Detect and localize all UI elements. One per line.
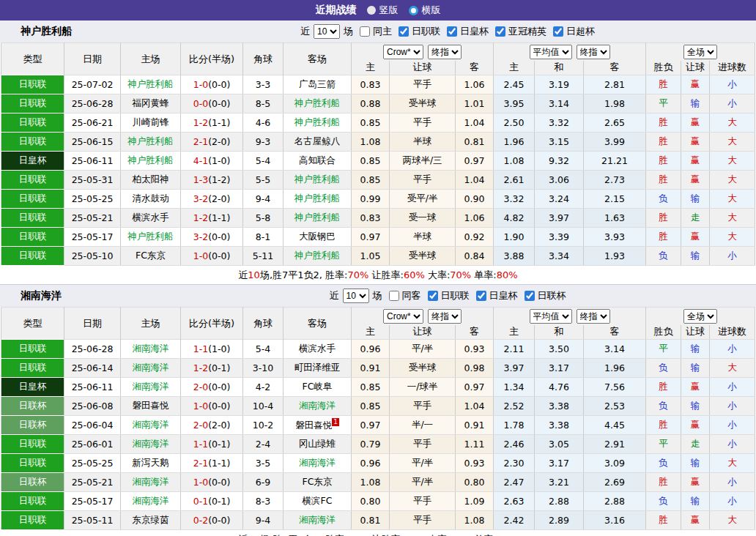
home-team-name[interactable]: 新泻天鹅 [133, 457, 169, 468]
home-team-name[interactable]: 清水鼓动 [133, 193, 169, 204]
away-team-name[interactable]: 神户胜利船 [294, 193, 341, 204]
fulltime-score[interactable]: 2-1 [193, 458, 208, 469]
halftime-score: (1-1) [208, 117, 230, 128]
home-team-name[interactable]: 磐田喜悦 [133, 400, 169, 411]
away-team-name[interactable]: 湘南海洋 [299, 457, 336, 468]
fulltime-result-group-select-0[interactable]: 全场 [683, 45, 717, 59]
crow-home-odds: 1.05 [352, 247, 390, 266]
crow-odds-group-select-0[interactable]: Crow* [383, 45, 423, 59]
league-checkbox-3[interactable] [553, 26, 563, 37]
crow-odds-group-select-1[interactable]: 终指 [428, 45, 462, 59]
league-checkbox-1[interactable] [447, 26, 457, 37]
league-checkbox-0[interactable] [428, 291, 438, 301]
away-team-name[interactable]: FC东京 [303, 476, 333, 487]
home-team-name[interactable]: 横滨水手 [133, 212, 169, 223]
layout-radio-horizontal[interactable]: 横版 [409, 4, 441, 17]
away-team-name[interactable]: FC岐阜 [303, 381, 333, 392]
match-row: 日职联25-05-21横滨水手1-2(1-1)5-8神户胜利船0.83受一球1.… [1, 209, 755, 228]
fulltime-score[interactable]: 1-0 [193, 250, 208, 261]
result-goals: 小 [710, 492, 755, 511]
fulltime-score[interactable]: 0-2 [193, 515, 208, 526]
home-team-name[interactable]: 湘南海洋 [133, 362, 169, 373]
home-team-name[interactable]: 湘南海洋 [133, 343, 169, 354]
fulltime-score[interactable]: 1-1 [193, 439, 208, 450]
fulltime-score[interactable]: 4-1 [193, 155, 208, 166]
average-odds-group-select-0[interactable]: 平均值 [530, 309, 572, 324]
fulltime-score[interactable]: 1-3 [193, 174, 208, 185]
home-team-name[interactable]: 湘南海洋 [133, 476, 169, 487]
league-checkbox-0[interactable] [399, 26, 409, 37]
home-team-name[interactable]: 东京绿茵 [133, 514, 169, 525]
average-odds-group-select-0[interactable]: 平均值 [530, 45, 572, 59]
league-checkbox-2[interactable] [525, 291, 535, 301]
crow-handicap: 平手 [390, 171, 456, 190]
home-team-name[interactable]: 神户胜利船 [127, 135, 174, 146]
home-team-name[interactable]: 柏太阳神 [133, 174, 169, 185]
home-team-name[interactable]: FC东京 [136, 250, 166, 261]
home-team-name[interactable]: 神户胜利船 [127, 231, 174, 242]
average-odds-group-select-1[interactable]: 终指 [577, 45, 610, 59]
fulltime-score[interactable]: 2-0 [193, 381, 208, 392]
away-team-name[interactable]: 神户胜利船 [294, 116, 341, 127]
fulltime-score[interactable]: 2-0 [193, 420, 208, 431]
away-team-name[interactable]: 神户胜利船 [294, 97, 341, 108]
fulltime-score[interactable]: 1-0 [193, 401, 208, 412]
fulltime-score[interactable]: 1-0 [193, 79, 208, 90]
avg-home-odds: 3.97 [494, 359, 535, 378]
away-team-name[interactable]: 湘南海洋 [299, 400, 336, 411]
crow-odds-group: Crow*终指 [352, 43, 494, 61]
fulltime-score[interactable]: 3-2 [193, 193, 208, 204]
away-team-name[interactable]: 横滨水手 [299, 343, 336, 354]
home-team: 湘南海洋 [121, 359, 181, 378]
league-checkbox-1[interactable] [476, 291, 486, 301]
away-team-name[interactable]: 高知联合 [299, 155, 336, 165]
crow-odds-group-select-1[interactable]: 终指 [428, 309, 462, 324]
corner-cell: 5-5 [243, 171, 284, 190]
sub-col-header-4: 和 [535, 61, 584, 75]
home-team-name[interactable]: 川崎前锋 [133, 116, 169, 127]
avg-draw-odds: 9.32 [535, 152, 584, 171]
away-team-name[interactable]: 神户胜利船 [294, 174, 341, 185]
fulltime-score[interactable]: 0-0 [193, 98, 208, 109]
sub-col-header-3: 主 [494, 325, 535, 340]
avg-draw-odds: 3.19 [535, 75, 584, 94]
home-team-name[interactable]: 湘南海洋 [133, 495, 169, 506]
home-team-name[interactable]: 神户胜利船 [127, 155, 174, 165]
home-team-name[interactable]: 湘南海洋 [133, 438, 169, 449]
away-team-name[interactable]: 广岛三箭 [299, 78, 336, 89]
result-wdl: 胜 [646, 228, 681, 247]
home-team-name[interactable]: 福冈黄蜂 [133, 97, 169, 108]
same-venue-checkbox[interactable] [389, 291, 399, 301]
same-venue-checkbox[interactable] [360, 26, 370, 37]
match-type-badge: 日职联 [1, 454, 64, 472]
home-team-name[interactable]: 湘南海洋 [133, 419, 169, 430]
fulltime-score[interactable]: 1-0 [193, 477, 208, 488]
fulltime-score[interactable]: 2-1 [193, 136, 208, 147]
fulltime-score[interactable]: 1-2 [193, 117, 208, 128]
away-team-name[interactable]: 冈山绿雉 [299, 438, 336, 449]
fulltime-score[interactable]: 1-1 [193, 343, 208, 354]
fulltime-score[interactable]: 0-1 [193, 496, 208, 507]
away-team-name[interactable]: 磐田喜悦 [295, 420, 332, 431]
away-team-name[interactable]: 横滨FC [303, 495, 333, 506]
layout-radio-vertical[interactable]: 竖版 [367, 4, 399, 17]
fulltime-score[interactable]: 3-2 [193, 231, 208, 242]
match-count-select[interactable]: 10 [343, 289, 369, 303]
home-team-name[interactable]: 神户胜利船 [127, 78, 174, 89]
crow-odds-group-select-0[interactable]: Crow* [383, 309, 423, 324]
away-team-name[interactable]: 町田泽维亚 [294, 362, 341, 373]
away-team-name[interactable]: 神户胜利船 [294, 212, 341, 223]
fulltime-result-group-select-0[interactable]: 全场 [683, 309, 717, 324]
away-team-name[interactable]: 神户胜利船 [294, 250, 341, 261]
avg-home-odds: 2.52 [494, 397, 535, 416]
away-team-name[interactable]: 名古屋鲸八 [294, 135, 341, 146]
away-team-name[interactable]: 大阪钢巴 [299, 231, 336, 242]
fulltime-score[interactable]: 1-2 [193, 362, 208, 373]
home-team-name[interactable]: 湘南海洋 [133, 381, 169, 392]
average-odds-group-select-1[interactable]: 终指 [577, 309, 610, 324]
league-checkbox-2[interactable] [495, 26, 505, 37]
crow-handicap: 半球 [390, 133, 456, 152]
away-team-name[interactable]: 湘南海洋 [299, 514, 336, 525]
fulltime-score[interactable]: 1-2 [193, 212, 208, 223]
match-count-select[interactable]: 10 [314, 24, 340, 39]
